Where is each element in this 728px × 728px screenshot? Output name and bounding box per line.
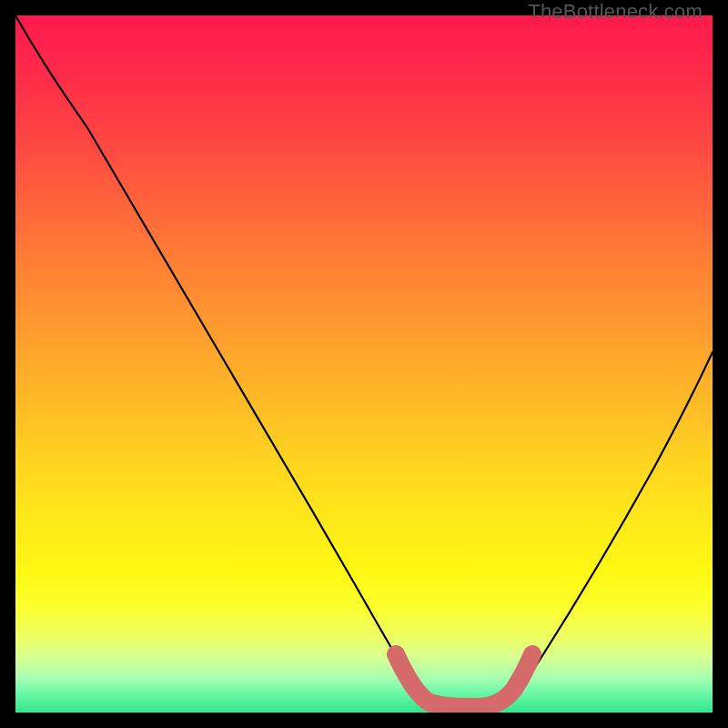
bottleneck-line-chart — [15, 15, 713, 713]
optimal-range-highlight — [396, 654, 532, 707]
bottleneck-curve-path — [15, 15, 713, 705]
watermark-text: TheBottleneck.com — [528, 0, 703, 24]
chart-plot-area — [15, 15, 713, 713]
